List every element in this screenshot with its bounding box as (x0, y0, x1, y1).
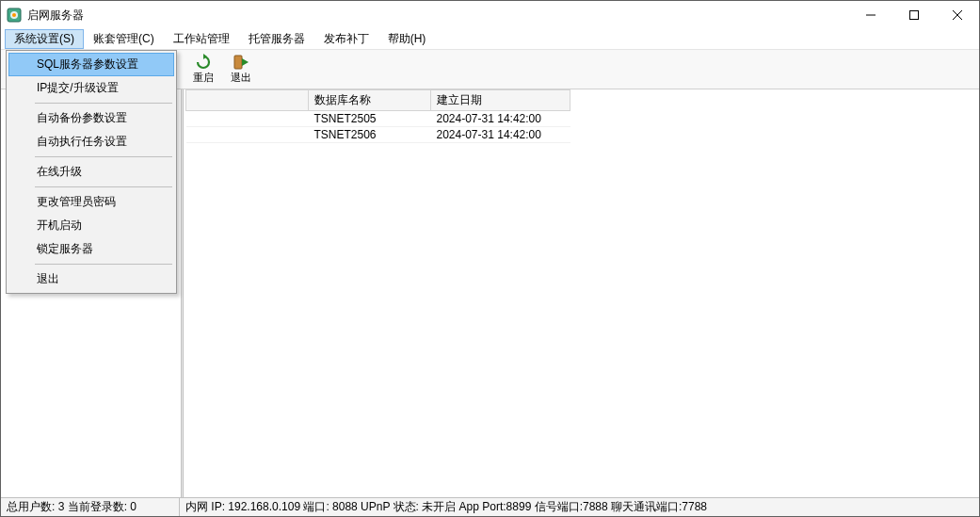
table-header-row: 数据库名称 建立日期 (186, 90, 570, 111)
exit-button[interactable]: 退出 (222, 51, 260, 89)
table-cell: TSNET2505 (309, 111, 431, 127)
menu-separator (35, 103, 172, 104)
menu-account-management[interactable]: 账套管理(C) (84, 29, 164, 49)
menu-separator (35, 264, 172, 265)
menu-bar: 系统设置(S) 账套管理(C) 工作站管理 托管服务器 发布补丁 帮助(H) (1, 29, 979, 50)
database-table: 数据库名称 建立日期 TSNET2505 2024-07-31 14:42:00… (185, 89, 979, 143)
menu-item-lock-server[interactable]: 锁定服务器 (8, 237, 174, 261)
menu-workstation-management[interactable]: 工作站管理 (164, 29, 239, 49)
status-network-info: 内网 IP: 192.168.0.109 端口: 8088 UPnP 状态: 未… (180, 498, 979, 516)
menu-hosting-server[interactable]: 托管服务器 (239, 29, 314, 49)
menu-item-ip-submit-upgrade[interactable]: IP提交/升级设置 (8, 76, 174, 100)
svg-marker-9 (242, 58, 249, 66)
table-row[interactable]: TSNET2506 2024-07-31 14:42:00 (186, 127, 570, 143)
menu-item-online-upgrade[interactable]: 在线升级 (8, 160, 174, 184)
menu-item-sql-server-params[interactable]: SQL服务器参数设置 (8, 53, 174, 76)
app-window: 启网服务器 系统设置(S) 账套管理(C) 工作站管理 托管服务器 发布补丁 帮… (0, 0, 980, 517)
svg-rect-8 (234, 56, 242, 69)
menu-item-auto-backup[interactable]: 自动备份参数设置 (8, 106, 174, 130)
exit-label: 退出 (231, 71, 251, 85)
table-cell (186, 111, 309, 127)
menu-item-auto-task[interactable]: 自动执行任务设置 (8, 130, 174, 153)
status-user-counts: 总用户数: 3 当前登录数: 0 (1, 498, 180, 516)
status-bar: 总用户数: 3 当前登录数: 0 内网 IP: 192.168.0.109 端口… (1, 497, 979, 516)
system-settings-dropdown: SQL服务器参数设置 IP提交/升级设置 自动备份参数设置 自动执行任务设置 在… (6, 50, 177, 294)
menu-separator (35, 156, 172, 157)
minimize-button[interactable] (849, 1, 892, 29)
maximize-button[interactable] (892, 1, 936, 29)
menu-item-start-on-boot[interactable]: 开机启动 (8, 214, 174, 237)
table-cell: 2024-07-31 14:42:00 (431, 127, 570, 143)
menu-separator (35, 186, 172, 187)
svg-point-2 (12, 13, 16, 17)
window-controls (849, 1, 979, 29)
vertical-splitter[interactable] (181, 89, 184, 497)
table-header-empty[interactable] (186, 90, 309, 111)
restart-label: 重启 (193, 71, 214, 85)
restart-icon (195, 54, 212, 71)
menu-item-exit[interactable]: 退出 (8, 267, 174, 291)
table-cell: 2024-07-31 14:42:00 (431, 111, 570, 127)
table-cell: TSNET2506 (309, 127, 431, 143)
app-icon (7, 8, 22, 23)
window-title: 启网服务器 (27, 8, 849, 24)
table-header-date[interactable]: 建立日期 (431, 90, 570, 111)
menu-system-settings[interactable]: 系统设置(S) (5, 29, 84, 49)
exit-icon (233, 54, 249, 71)
menu-item-change-admin-password[interactable]: 更改管理员密码 (8, 190, 174, 214)
close-button[interactable] (936, 1, 979, 29)
menu-help[interactable]: 帮助(H) (378, 29, 436, 49)
title-bar: 启网服务器 (1, 1, 979, 29)
svg-rect-4 (910, 11, 919, 20)
table-header-dbname[interactable]: 数据库名称 (309, 90, 431, 111)
menu-publish-patch[interactable]: 发布补丁 (314, 29, 378, 49)
restart-button[interactable]: 重启 (185, 51, 222, 89)
table-cell (186, 127, 309, 143)
table-row[interactable]: TSNET2505 2024-07-31 14:42:00 (186, 111, 570, 127)
